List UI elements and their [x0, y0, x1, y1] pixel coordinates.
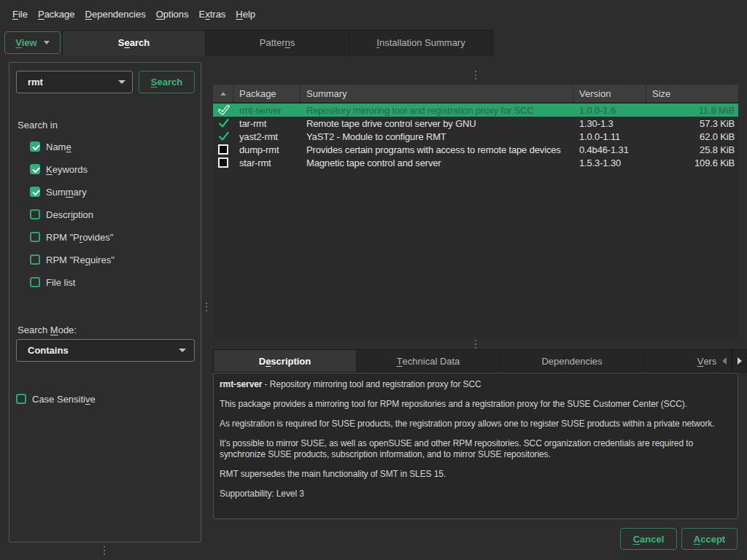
search-mode-select[interactable]: Contains [16, 339, 195, 362]
menu-extras[interactable]: Extras [194, 9, 231, 20]
checkbox-label: Keywords [46, 164, 88, 175]
accept-button[interactable]: Accept [681, 528, 738, 550]
tab-scroll-left-button[interactable] [716, 349, 732, 373]
checkbox-icon [30, 232, 40, 242]
description-paragraph: It's possible to mirror SUSE, as well as… [220, 438, 732, 460]
description-paragraph: Supportability: Level 3 [220, 489, 732, 499]
checkbox-rpm-provides[interactable]: RPM "Provides" [30, 230, 113, 244]
sort-column-header[interactable] [213, 85, 233, 102]
package-version: 1.0.0-1.11 [573, 131, 646, 142]
main-tabs: Search Patterns Installation Summary [62, 30, 493, 55]
package-name: dump-rmt [233, 144, 301, 155]
search-button[interactable]: Search [139, 71, 195, 93]
package-status-icon[interactable] [217, 104, 230, 116]
package-name: tar-rmt [233, 118, 301, 129]
checkbox-icon [30, 209, 40, 219]
splitter-handle[interactable] [475, 71, 476, 72]
package-summary: YaST2 - Module to configure RMT [301, 131, 573, 142]
table-row[interactable]: dump-rmt Provides certain programs with … [213, 143, 738, 156]
checkbox-file-list[interactable]: File list [30, 275, 75, 289]
cancel-button[interactable]: Cancel [620, 528, 677, 550]
splitter-handle[interactable] [475, 340, 476, 341]
package-title-line: rmt-server - Repository mirroring tool a… [220, 379, 732, 390]
tab-versions[interactable]: Versions [644, 349, 716, 373]
checkbox-case-sensitive[interactable]: Case Sensitive [16, 392, 96, 406]
menu-package[interactable]: Package [33, 9, 80, 20]
package-summary: Magnetic tape control and server [301, 158, 573, 168]
tab-scroll-right-button[interactable] [732, 349, 747, 373]
package-status-icon[interactable] [217, 117, 230, 129]
column-header-summary[interactable]: Summary [301, 85, 573, 102]
package-status-icon[interactable] [217, 131, 230, 142]
table-row[interactable]: rmt-server Repository mirroring tool and… [213, 104, 738, 117]
menu-dependencies[interactable]: Dependencies [80, 9, 151, 20]
menu-bar: File Package Dependencies Options Extras… [0, 0, 747, 28]
checkbox-label: Description [46, 209, 93, 220]
package-size: 109.6 KiB [646, 158, 738, 168]
chevron-down-icon [118, 80, 125, 84]
column-header-version[interactable]: Version [573, 85, 646, 102]
column-header-package[interactable]: Package [233, 85, 301, 102]
menu-help[interactable]: Help [231, 9, 260, 20]
table-row[interactable]: star-rmt Magnetic tape control and serve… [213, 156, 738, 169]
description-panel: rmt-server - Repository mirroring tool a… [213, 373, 738, 519]
checkbox-icon [16, 394, 26, 404]
checkbox-rpm-requires[interactable]: RPM "Requires" [30, 252, 115, 267]
checkbox-name[interactable]: Name [30, 139, 71, 154]
package-status-icon[interactable] [218, 158, 228, 168]
view-dropdown-button[interactable]: View [4, 31, 61, 54]
package-version: 1.30-1.3 [573, 118, 646, 129]
package-version: 0.4b46-1.31 [573, 144, 646, 155]
checkbox-keywords[interactable]: Keywords [30, 162, 88, 176]
menu-options[interactable]: Options [151, 9, 194, 20]
checkbox-icon [30, 141, 40, 152]
checkbox-label: Name [46, 141, 71, 152]
checkbox-label: RPM "Requires" [46, 254, 115, 265]
arrow-left-icon [722, 357, 727, 365]
tab-patterns[interactable]: Patterns [206, 30, 349, 55]
description-paragraph: RMT supersedes the main functionality of… [220, 469, 732, 480]
package-version: 1.0.0-1.6 [573, 105, 646, 116]
checkbox-description[interactable]: Description [30, 207, 93, 222]
package-size: 62.0 KiB [646, 131, 738, 142]
description-paragraph: As registration is required for SUSE pro… [220, 419, 732, 429]
search-input[interactable]: rmt [16, 71, 133, 93]
search-mode-value: Contains [28, 345, 69, 356]
package-status-icon[interactable] [218, 144, 228, 155]
package-summary: Repository mirroring tool and registrati… [301, 105, 573, 116]
tab-dependencies[interactable]: Dependencies [500, 349, 644, 373]
view-label: View [15, 37, 36, 48]
checkbox-icon [30, 164, 40, 174]
splitter-handle[interactable] [104, 546, 105, 548]
package-version: 1.5.3-1.30 [573, 158, 646, 168]
tab-search[interactable]: Search [62, 30, 206, 55]
checkbox-label: RPM "Provides" [46, 232, 113, 243]
checkbox-icon [30, 254, 40, 265]
checkbox-icon [30, 277, 40, 287]
menu-file[interactable]: File [7, 9, 33, 20]
splitter-handle[interactable] [206, 303, 207, 304]
sort-ascending-icon [220, 92, 226, 96]
tab-technical-data[interactable]: Technical Data [357, 349, 500, 373]
package-size: 57.3 KiB [646, 118, 738, 129]
table-row[interactable]: yast2-rmt YaST2 - Module to configure RM… [213, 130, 738, 143]
table-row[interactable]: tar-rmt Remote tape drive control server… [213, 117, 738, 130]
detail-tabs: Description Technical Data Dependencies … [213, 349, 716, 373]
search-input-value: rmt [28, 77, 43, 88]
checkbox-summary[interactable]: Summary [30, 184, 87, 199]
checkbox-label: Case Sensitive [32, 394, 96, 405]
package-name: rmt-server [233, 105, 301, 116]
checkbox-label: Summary [46, 187, 87, 198]
checkbox-label: File list [46, 277, 75, 288]
package-title-bold: rmt-server [220, 379, 262, 389]
description-paragraph: This package provides a mirroring tool f… [220, 399, 732, 410]
chevron-down-icon [179, 349, 186, 352]
package-size: 25.8 KiB [646, 144, 738, 155]
arrow-right-icon [738, 357, 742, 365]
tab-installation-summary[interactable]: Installation Summary [349, 30, 493, 55]
search-mode-label: Search Mode: [18, 324, 77, 335]
column-header-size[interactable]: Size [646, 85, 738, 102]
checkbox-icon [30, 187, 40, 197]
package-summary: Provides certain programs with access to… [301, 144, 573, 155]
tab-description[interactable]: Description [213, 349, 357, 373]
